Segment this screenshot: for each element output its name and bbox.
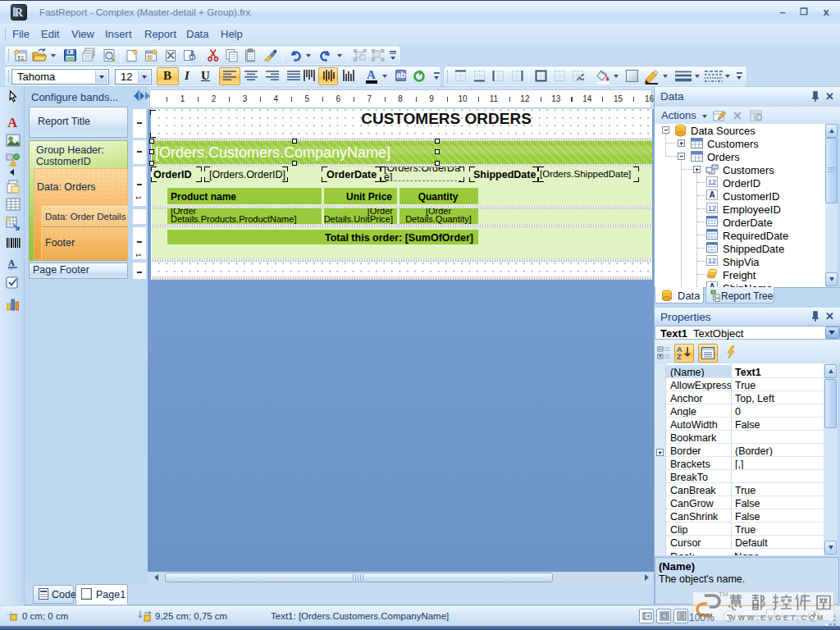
svg-text:A: A	[8, 258, 15, 267]
svg-text:!: !	[12, 162, 14, 167]
svg-text:Z: Z	[677, 353, 682, 360]
